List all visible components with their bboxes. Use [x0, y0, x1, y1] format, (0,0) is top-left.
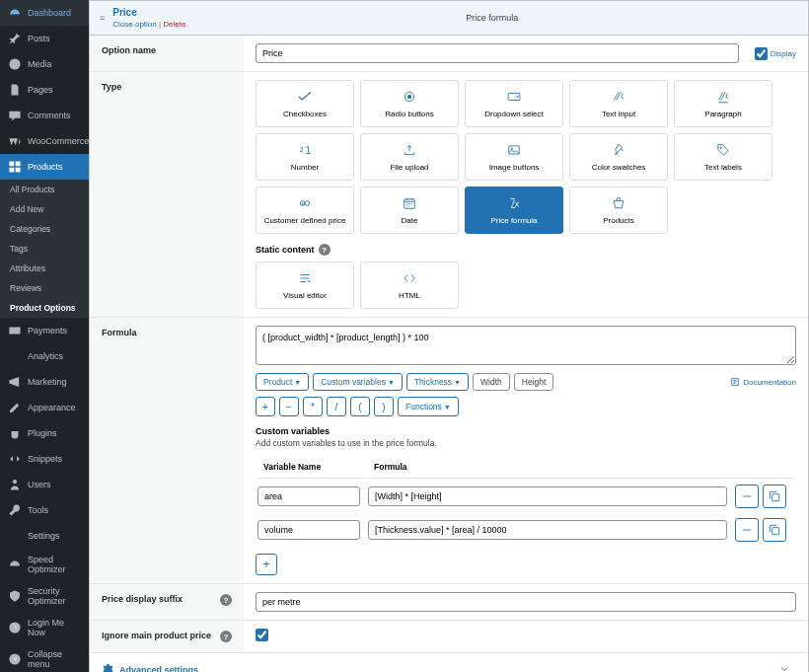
- submenu-item-reviews[interactable]: Reviews: [0, 278, 89, 298]
- type-radio-buttons[interactable]: Radio buttons: [360, 80, 459, 127]
- collapse-icon[interactable]: ≡: [100, 13, 105, 23]
- sidebar-item-dashboard[interactable]: Dashboard: [0, 0, 89, 26]
- upload-icon: [401, 143, 418, 159]
- type-image-buttons[interactable]: Image buttons: [465, 133, 563, 181]
- functions-dropdown[interactable]: Functions▼: [398, 397, 459, 416]
- custom-vars-dropdown[interactable]: Custom variables▼: [313, 373, 403, 391]
- sidebar-item-comments[interactable]: Comments: [0, 103, 89, 128]
- advanced-settings-toggle[interactable]: Advanced settings: [90, 653, 808, 672]
- var-formula-input[interactable]: [368, 520, 727, 540]
- var-name-input[interactable]: [257, 520, 360, 540]
- close-paren[interactable]: ): [374, 397, 394, 416]
- static-type-html[interactable]: HTML: [360, 261, 459, 309]
- submenu-item-tags[interactable]: Tags: [0, 239, 89, 259]
- appearance-icon: [8, 401, 22, 414]
- pin-icon: [8, 32, 22, 45]
- type-text-input[interactable]: Text input: [569, 80, 668, 127]
- sidebar-item-marketing[interactable]: Marketing: [0, 369, 89, 395]
- products-icon: [610, 196, 627, 212]
- sidebar-item-analytics[interactable]: Analytics: [0, 343, 89, 369]
- formula-label: Formula: [102, 328, 137, 337]
- sidebar-item-speed-optimizer[interactable]: Speed Optimizer: [0, 549, 89, 580]
- type-color-swatches[interactable]: Color swatches: [569, 133, 668, 181]
- add-variable-button[interactable]: +: [256, 554, 277, 575]
- sidebar-item-plugins[interactable]: Plugins: [0, 420, 89, 446]
- image-icon: [505, 143, 523, 159]
- type-date[interactable]: Date: [360, 187, 459, 234]
- open-paren[interactable]: (: [350, 397, 370, 416]
- type-dropdown-select[interactable]: Dropdown select: [465, 80, 563, 127]
- color-icon: [610, 143, 627, 159]
- type-number[interactable]: 2Number: [256, 133, 354, 181]
- divide-operator[interactable]: /: [327, 397, 346, 416]
- dropdown-icon: [505, 90, 523, 106]
- thickness-dropdown[interactable]: Thickness▼: [406, 373, 469, 391]
- copy-var-button[interactable]: [763, 518, 786, 542]
- users-icon: [8, 478, 22, 491]
- help-icon[interactable]: ?: [220, 594, 232, 606]
- help-icon[interactable]: ?: [319, 244, 331, 256]
- product-dropdown[interactable]: Product▼: [256, 373, 309, 391]
- sidebar-item-media[interactable]: Media: [0, 51, 89, 77]
- minus-operator[interactable]: −: [279, 397, 299, 416]
- delete-option-link[interactable]: Delete: [163, 20, 185, 29]
- sidebar-item-users[interactable]: Users: [0, 472, 89, 497]
- submenu-item-categories[interactable]: Categories: [0, 219, 89, 239]
- type-checkboxes[interactable]: Checkboxes: [256, 80, 354, 127]
- static-type-visual-editor[interactable]: Visual editor: [256, 261, 354, 309]
- security-icon: [8, 589, 22, 603]
- sidebar-item-snippets[interactable]: Snippets: [0, 446, 89, 472]
- type-paragraph[interactable]: Paragraph: [674, 80, 772, 127]
- width-button[interactable]: Width: [473, 373, 510, 391]
- svg-rect-15: [772, 528, 779, 535]
- help-icon[interactable]: ?: [220, 631, 232, 642]
- ignore-checkbox[interactable]: [256, 629, 268, 641]
- sidebar-item-security-optimizer[interactable]: Security Optimizer: [0, 580, 89, 612]
- option-type-display: Price formula: [185, 13, 798, 23]
- close-option-link[interactable]: Close option: [112, 20, 156, 29]
- type-customer-defined-price[interactable]: $Customer defined price: [256, 187, 354, 234]
- svg-text:2: 2: [300, 146, 304, 153]
- sidebar-item-posts[interactable]: Posts: [0, 26, 89, 51]
- tools-icon: [8, 503, 22, 517]
- sidebar-item-login-me-now[interactable]: Login Me Now: [0, 612, 89, 643]
- sidebar-item-collapse-menu[interactable]: Collapse menu: [0, 643, 89, 672]
- sidebar-item-payments[interactable]: Payments: [0, 318, 89, 343]
- submenu-item-add-new[interactable]: Add New: [0, 199, 89, 219]
- submenu-item-all-products[interactable]: All Products: [0, 180, 89, 199]
- visual-icon: [296, 271, 314, 287]
- type-products[interactable]: Products: [569, 187, 668, 234]
- var-name-input[interactable]: [257, 486, 360, 506]
- height-button[interactable]: Height: [514, 373, 554, 391]
- remove-var-button[interactable]: [735, 485, 759, 508]
- type-label: Type: [102, 82, 121, 92]
- suffix-label: Price display suffix: [102, 594, 183, 604]
- sidebar-item-settings[interactable]: Settings: [0, 523, 89, 549]
- sidebar-item-products[interactable]: Products: [0, 154, 89, 180]
- display-checkbox[interactable]: [755, 47, 768, 60]
- type-text-labels[interactable]: Text labels: [674, 133, 772, 181]
- documentation-link[interactable]: Documentation: [730, 373, 796, 391]
- multiply-operator[interactable]: *: [303, 397, 323, 416]
- option-name-label: Option name: [102, 45, 156, 55]
- plus-operator[interactable]: +: [256, 397, 275, 416]
- submenu-item-product-options[interactable]: Product Options: [0, 298, 89, 318]
- formula-textarea[interactable]: [256, 326, 796, 365]
- suffix-input[interactable]: [256, 592, 796, 612]
- chevron-down-icon: [778, 663, 790, 672]
- media-icon: [8, 57, 22, 71]
- copy-var-button[interactable]: [763, 485, 786, 508]
- type-file-upload[interactable]: File upload: [360, 133, 459, 181]
- var-formula-input[interactable]: [368, 486, 727, 506]
- sidebar-item-woocommerce[interactable]: WooCommerce: [0, 128, 89, 154]
- submenu-item-attributes[interactable]: Attributes: [0, 259, 89, 278]
- date-icon: [401, 196, 418, 212]
- display-checkbox-wrap[interactable]: Display: [755, 47, 796, 60]
- remove-var-button[interactable]: [735, 518, 759, 542]
- type-price-formula[interactable]: Price formula: [465, 187, 563, 234]
- sidebar-item-pages[interactable]: Pages: [0, 77, 89, 103]
- option-name-input[interactable]: [256, 43, 739, 63]
- svg-point-11: [305, 200, 310, 205]
- sidebar-item-appearance[interactable]: Appearance: [0, 395, 89, 420]
- sidebar-item-tools[interactable]: Tools: [0, 497, 89, 523]
